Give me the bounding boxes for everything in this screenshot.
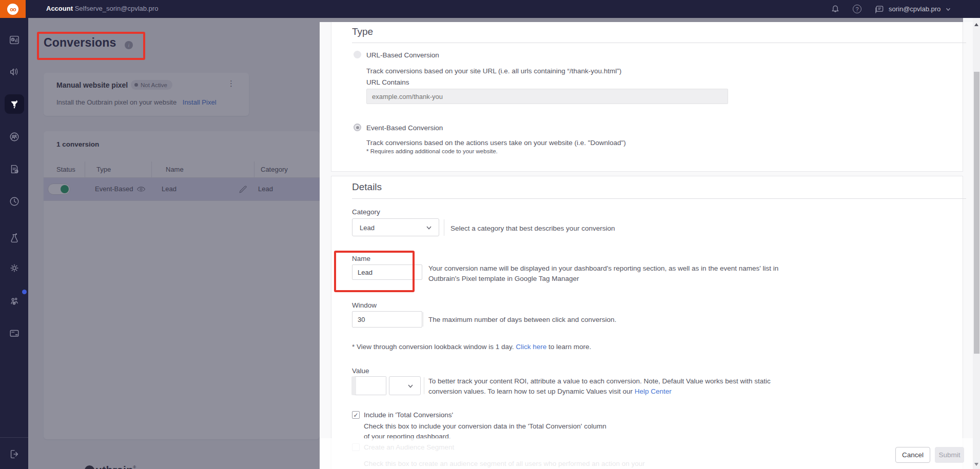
cancel-button[interactable]: Cancel [895,447,930,463]
type-section: Type URL-Based Conversion Track conversi… [331,22,963,172]
url-based-label: URL-Based Conversion [366,51,439,59]
value-description: To better track your content ROI, attrib… [428,376,782,397]
details-section: Details Category Lead Select a category … [331,176,963,469]
category-description: Select a category that best describes yo… [450,223,615,234]
annotation-box-conversions [37,32,145,60]
url-based-description: Track conversions based on your site URL… [366,66,621,76]
value-currency-select[interactable] [389,376,421,395]
section-divider [352,43,966,43]
notifications-bell-icon[interactable] [830,4,840,14]
window-input[interactable] [352,311,422,328]
url-contains-label: URL Contains [366,78,409,86]
submit-button[interactable]: Submit [935,447,964,463]
sidebar-item-history-clock[interactable] [5,192,24,211]
event-based-note: * Requires adding additional code to you… [366,148,498,154]
chevron-down-icon [407,382,414,390]
url-contains-input[interactable] [366,89,728,104]
sidebar-item-conversions-funnel[interactable] [5,94,24,114]
window-label: Window [352,301,377,309]
top-bar: oo Account Selfserve_sorin@cpvlab.pro ? … [0,0,980,18]
help-center-link[interactable]: Help Center [635,388,672,395]
details-heading: Details [352,181,382,193]
chevron-down-icon [425,224,433,231]
field-divider [424,377,424,394]
total-conversions-label: Include in 'Total Conversions' [364,411,453,419]
modal-backdrop-strip [320,18,963,22]
window-description: The maximum number of days between click… [428,315,616,325]
section-divider [352,198,966,199]
value-label: Value [352,367,369,375]
lookback-note: * View through conversion lookback windo… [352,342,591,352]
sidebar-item-scheduled-report[interactable] [5,159,24,179]
scroll-down-arrow[interactable] [974,463,978,466]
help-icon[interactable]: ? [853,4,863,14]
event-based-description: Track conversions based on the actions u… [366,138,626,148]
outbrain-logo[interactable]: oo [0,0,26,18]
sidebar-item-settings-gear[interactable] [5,258,24,278]
modal-footer [320,438,973,469]
sidebar-item-billing-card[interactable] [5,323,24,343]
event-based-label: Event-Based Conversion [366,124,443,132]
scrollbar[interactable] [973,18,980,469]
category-label: Category [352,208,380,216]
notification-dot [22,290,27,294]
name-description: Your conversion name will be displayed i… [428,263,782,284]
scrollbar-thumb[interactable] [974,72,979,354]
field-divider [423,312,423,327]
click-here-link[interactable]: Click here [516,343,546,351]
user-menu[interactable]: sorin@cpvlab.pro [889,5,940,13]
event-based-radio[interactable] [354,124,361,131]
modal-backdrop[interactable] [28,18,320,469]
value-input[interactable] [351,376,386,395]
sidebar-item-account-management[interactable] [5,291,24,311]
account-breadcrumb: Account Selfserve_sorin@cpvlab.pro [46,5,158,12]
sidebar-item-analytics-dashboard[interactable] [5,30,24,50]
scroll-up-arrow[interactable] [974,23,978,26]
annotation-box-name-field [334,251,415,292]
type-heading: Type [352,26,373,37]
field-divider [444,219,444,236]
sidebar-item-logout[interactable] [5,444,24,464]
sidebar-item-experiments-flask[interactable] [5,229,24,248]
category-select[interactable]: Lead [352,218,439,236]
chat-icon[interactable] [874,4,885,14]
edit-conversion-modal: Type URL-Based Conversion Track conversi… [320,22,973,469]
sidebar-item-campaigns-megaphone[interactable] [5,62,24,81]
sidebar [0,18,28,469]
sidebar-item-audiences-people[interactable] [5,127,24,147]
check-icon: ✓ [353,412,358,419]
sidebar-divider [0,437,28,438]
total-conversions-checkbox[interactable]: ✓ [352,411,360,419]
chevron-down-icon[interactable] [945,6,951,12]
url-based-radio[interactable] [354,51,361,58]
